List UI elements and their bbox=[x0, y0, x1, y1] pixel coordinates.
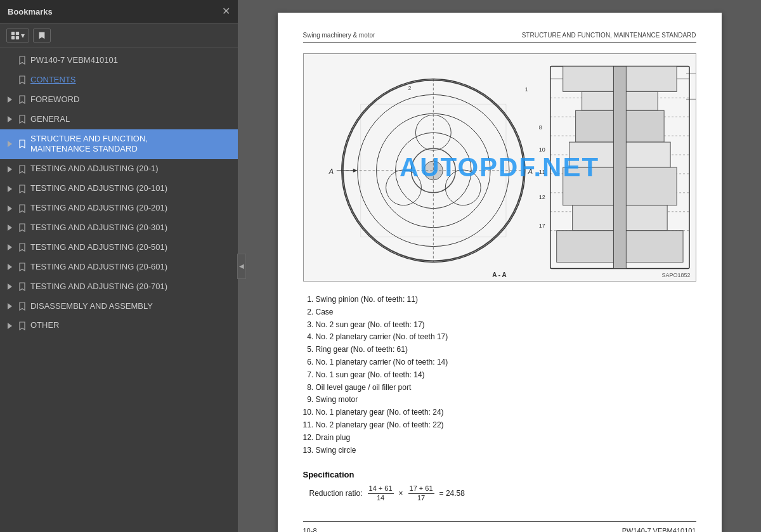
sidebar-item-general[interactable]: GENERAL bbox=[0, 110, 238, 129]
sidebar-item-foreword[interactable]: FOREWORD bbox=[0, 90, 238, 110]
close-button[interactable]: ✕ bbox=[222, 6, 230, 16]
chevron-icon bbox=[5, 116, 14, 122]
bookmark-icon bbox=[18, 204, 27, 213]
parts-list-item: No. 2 planetary gear (No. of teeth: 22) bbox=[316, 420, 696, 431]
fraction-1: 14 + 61 14 bbox=[368, 484, 394, 502]
fraction-2-bottom: 17 bbox=[416, 494, 426, 502]
chevron-icon bbox=[5, 166, 14, 172]
svg-text:8: 8 bbox=[538, 124, 542, 131]
grid-icon bbox=[11, 31, 20, 40]
sidebar-header: Bookmarks ✕ bbox=[0, 0, 238, 23]
svg-text:A: A bbox=[328, 167, 333, 175]
bookmark-icon bbox=[18, 321, 27, 330]
bookmark-icon bbox=[18, 302, 27, 311]
fraction-2: 17 + 61 17 bbox=[408, 484, 434, 502]
fraction-1-top: 14 + 61 bbox=[368, 484, 394, 493]
fraction-2-top: 17 + 61 bbox=[408, 484, 434, 493]
svg-rect-3 bbox=[16, 36, 19, 39]
sidebar-item-other[interactable]: OTHER bbox=[0, 316, 238, 335]
sidebar-item-structure[interactable]: STRUCTURE AND FUNCTION, MAINTENANCE STAN… bbox=[0, 129, 238, 160]
sidebar-item-testing20-201[interactable]: TESTING AND ADJUSTING (20-201) bbox=[0, 198, 238, 218]
sidebar-item-label: TESTING AND ADJUSTING (20-201) bbox=[30, 203, 233, 214]
header-right: STRUCTURE AND FUNCTION, MAINTENANCE STAN… bbox=[522, 32, 696, 39]
svg-marker-19 bbox=[353, 169, 357, 172]
footer-page-number: 10-8 bbox=[303, 527, 317, 532]
page-container: Swing machinery & motor STRUCTURE AND FU… bbox=[238, 0, 761, 532]
chevron-icon bbox=[5, 303, 14, 309]
sidebar-item-pw140[interactable]: PW140-7 VEBM410101 bbox=[0, 51, 238, 70]
sidebar-item-label: FOREWORD bbox=[30, 94, 233, 105]
sidebar-toolbar: ▾ bbox=[0, 23, 238, 48]
sidebar-item-disassembly[interactable]: DISASSEMBLY AND ASSEMBLY bbox=[0, 297, 238, 316]
figure-caption: A - A bbox=[492, 271, 507, 278]
sidebar-item-testing20-501[interactable]: TESTING AND ADJUSTING (20-501) bbox=[0, 238, 238, 257]
chevron-icon bbox=[5, 323, 14, 329]
watermark: AUTOPDF.NET bbox=[400, 152, 599, 183]
parts-list-item: Swing circle bbox=[316, 445, 696, 456]
sidebar-item-label: TESTING AND ADJUSTING (20-601) bbox=[30, 262, 233, 273]
sidebar-item-testing20-601[interactable]: TESTING AND ADJUSTING (20-601) bbox=[0, 257, 238, 277]
svg-rect-39 bbox=[613, 67, 626, 269]
document-footer: 10-8 PW140-7 VEBM410101 bbox=[303, 521, 696, 532]
sidebar-item-label: TESTING AND ADJUSTING (20-501) bbox=[30, 242, 233, 253]
sidebar-item-testing20-301[interactable]: TESTING AND ADJUSTING (20-301) bbox=[0, 218, 238, 238]
sidebar-navigation: PW140-7 VEBM410101 CONTENTS FOREWORD GEN… bbox=[0, 48, 238, 532]
sidebar-item-label: PW140-7 VEBM410101 bbox=[30, 55, 233, 66]
bookmark-button[interactable] bbox=[33, 29, 51, 42]
bookmark-icon bbox=[18, 165, 27, 174]
parts-list-item: No. 2 planetary carrier (No. of teeth 17… bbox=[316, 332, 696, 342]
svg-text:1: 1 bbox=[524, 86, 528, 93]
parts-list-item: Ring gear (No. of teeth: 61) bbox=[316, 344, 696, 355]
page-document: Swing machinery & motor STRUCTURE AND FU… bbox=[278, 13, 722, 532]
collapse-handle[interactable]: ◀ bbox=[237, 254, 246, 279]
chevron-icon bbox=[5, 141, 14, 147]
chevron-icon bbox=[5, 244, 14, 250]
parts-list-item: No. 1 planetary carrier (No of teeth: 14… bbox=[316, 357, 696, 368]
sidebar-item-label: TESTING AND ADJUSTING (20-101) bbox=[30, 183, 233, 194]
parts-list-item: Swing pinion (No. of teeth: 11) bbox=[316, 294, 696, 305]
document-header: Swing machinery & motor STRUCTURE AND FU… bbox=[303, 32, 696, 43]
bookmark-icon bbox=[18, 263, 27, 271]
sidebar: Bookmarks ✕ ▾ PW140-7 VEBM410101 CONTENT… bbox=[0, 0, 238, 532]
fraction-1-bottom: 14 bbox=[375, 494, 386, 502]
sidebar-item-label: OTHER bbox=[30, 320, 233, 331]
footer-model: PW140-7 VEBM410101 bbox=[622, 527, 696, 532]
bookmark-icon bbox=[37, 31, 46, 40]
sidebar-item-label: TESTING AND ADJUSTING (20-701) bbox=[30, 282, 233, 292]
parts-list-item: Oil level gauge / oil filler port bbox=[316, 382, 696, 393]
parts-list-item: No. 1 sun gear (No. of teeth: 14) bbox=[316, 370, 696, 380]
sidebar-item-label: CONTENTS bbox=[30, 75, 233, 86]
svg-text:17: 17 bbox=[538, 223, 545, 229]
bookmark-icon bbox=[18, 223, 27, 232]
specification-section: Specification Reduction ratio: 14 + 61 1… bbox=[303, 470, 696, 502]
parts-list-item: No. 2 sun gear (No. of teeth: 17) bbox=[316, 320, 696, 330]
bookmark-icon bbox=[18, 115, 27, 124]
svg-rect-1 bbox=[16, 32, 19, 35]
spec-title: Specification bbox=[303, 470, 696, 479]
parts-list-item: No. 1 planetary gear (No. of teeth: 24) bbox=[316, 407, 696, 418]
view-mode-button[interactable]: ▾ bbox=[6, 29, 29, 42]
sidebar-item-testing20-1[interactable]: TESTING AND ADJUSTING (20-1) bbox=[0, 159, 238, 179]
parts-list-item: Case bbox=[316, 307, 696, 318]
sidebar-item-label: GENERAL bbox=[30, 114, 233, 125]
chevron-icon bbox=[5, 283, 14, 290]
parts-list-item: Swing motor bbox=[316, 394, 696, 405]
parts-list: Swing pinion (No. of teeth: 11)CaseNo. 2… bbox=[303, 294, 696, 457]
sidebar-title: Bookmarks bbox=[8, 7, 53, 16]
svg-rect-0 bbox=[11, 32, 15, 35]
chevron-icon bbox=[5, 264, 14, 270]
sidebar-item-testing20-101[interactable]: TESTING AND ADJUSTING (20-101) bbox=[0, 179, 238, 198]
sidebar-item-contents[interactable]: CONTENTS bbox=[0, 70, 238, 90]
sidebar-item-testing20-701[interactable]: TESTING AND ADJUSTING (20-701) bbox=[0, 277, 238, 297]
bookmark-icon bbox=[18, 95, 27, 104]
bookmark-icon bbox=[18, 282, 27, 291]
chevron-icon bbox=[5, 205, 14, 212]
reduction-ratio-label: Reduction ratio: bbox=[309, 489, 363, 498]
bookmark-icon bbox=[18, 56, 27, 65]
bookmark-icon bbox=[18, 75, 27, 84]
sidebar-item-label: STRUCTURE AND FUNCTION, MAINTENANCE STAN… bbox=[30, 134, 233, 155]
sidebar-item-label: TESTING AND ADJUSTING (20-1) bbox=[30, 164, 233, 174]
svg-rect-2 bbox=[11, 36, 15, 39]
chevron-icon bbox=[5, 224, 14, 231]
bookmark-icon bbox=[18, 243, 27, 252]
